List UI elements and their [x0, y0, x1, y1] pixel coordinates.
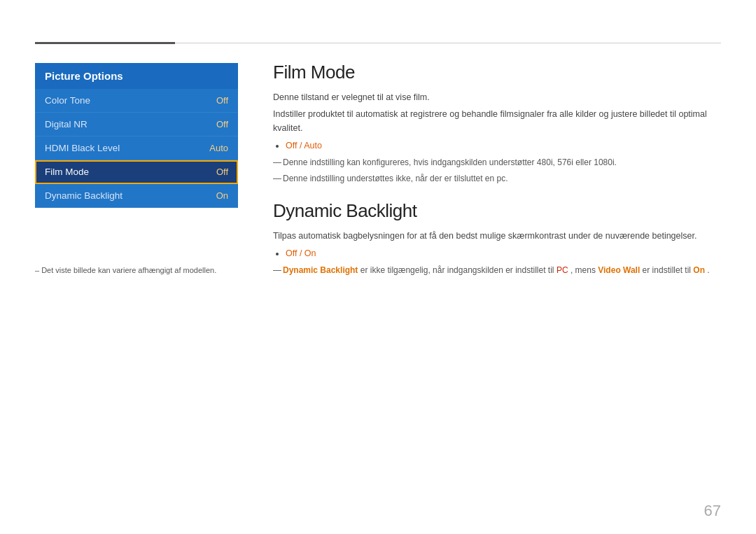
- footnote: – Det viste billede kan variere afhængig…: [35, 266, 216, 274]
- menu-item-label: Dynamic Backlight: [45, 190, 122, 201]
- dynamic-backlight-title: Dynamic Backlight: [273, 200, 721, 222]
- menu-item-dynamic-backlight[interactable]: Dynamic Backlight On: [35, 184, 238, 208]
- dynamic-backlight-bullet-item: Off / On: [286, 248, 721, 258]
- menu-item-label: Film Mode: [45, 167, 89, 177]
- dynamic-backlight-bullet-text: Off / On: [286, 248, 316, 258]
- menu-item-color-tone[interactable]: Color Tone Off: [35, 89, 238, 113]
- menu-item-label: Digital NR: [45, 119, 88, 129]
- menu-item-value: Off: [216, 95, 228, 106]
- dynamic-backlight-text4: .: [707, 265, 709, 275]
- menu-item-value: Off: [216, 167, 228, 177]
- film-mode-dash-list: Denne indstilling kan konfigureres, hvis…: [273, 156, 721, 185]
- menu-item-hdmi-black-level[interactable]: HDMI Black Level Auto: [35, 136, 238, 160]
- menu-item-film-mode[interactable]: Film Mode Off: [35, 160, 238, 184]
- film-mode-dash-item-1: Denne indstilling kan konfigureres, hvis…: [273, 156, 721, 169]
- film-mode-dash-item-2: Denne indstilling understøttes ikke, når…: [273, 172, 721, 185]
- top-decorative-lines: [35, 42, 721, 44]
- film-mode-desc1: Denne tilstand er velegnet til at vise f…: [273, 90, 721, 104]
- film-mode-bullet-text: Off / Auto: [286, 141, 322, 150]
- menu-item-value: Auto: [209, 143, 228, 153]
- dynamic-backlight-dash-item-1: Dynamic Backlight er ikke tilgængelig, n…: [273, 264, 721, 276]
- dynamic-backlight-highlight1: Dynamic Backlight: [283, 265, 358, 275]
- dynamic-backlight-bullet-list: Off / On: [273, 248, 721, 258]
- film-mode-bullet-list: Off / Auto: [273, 141, 721, 150]
- top-line-dark: [35, 42, 175, 44]
- menu-item-label: HDMI Black Level: [45, 143, 120, 153]
- film-mode-title: Film Mode: [273, 62, 721, 83]
- menu-title: Picture Options: [35, 63, 238, 89]
- dynamic-backlight-highlight-vw: Video Wall: [598, 265, 640, 275]
- dynamic-backlight-text2: , mens: [570, 265, 598, 275]
- top-line-light: [175, 43, 721, 43]
- dynamic-backlight-highlight-pc: PC: [556, 265, 568, 275]
- menu-item-value: On: [216, 190, 228, 201]
- dynamic-backlight-highlight-on: On: [693, 265, 705, 275]
- main-content: Film Mode Denne tilstand er velegnet til…: [273, 62, 721, 499]
- menu-item-label: Color Tone: [45, 95, 90, 106]
- dynamic-backlight-text1: er ikke tilgængelig, når indgangskilden …: [360, 265, 556, 275]
- film-mode-desc2: Indstiller produktet til automatisk at r…: [273, 107, 721, 135]
- dynamic-backlight-dash-list: Dynamic Backlight er ikke tilgængelig, n…: [273, 264, 721, 276]
- menu-item-digital-nr[interactable]: Digital NR Off: [35, 113, 238, 136]
- dynamic-backlight-text3: er indstillet til: [643, 265, 694, 275]
- page-number: 67: [704, 502, 721, 520]
- dynamic-backlight-desc1: Tilpas automatisk bagbelysningen for at …: [273, 229, 721, 243]
- menu-item-value: Off: [216, 119, 228, 129]
- picture-options-menu: Picture Options Color Tone Off Digital N…: [35, 63, 238, 208]
- film-mode-bullet-item: Off / Auto: [286, 141, 721, 150]
